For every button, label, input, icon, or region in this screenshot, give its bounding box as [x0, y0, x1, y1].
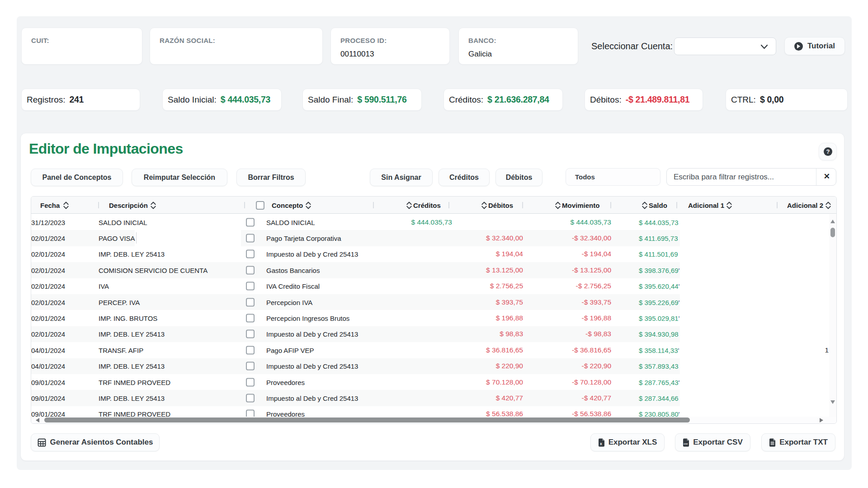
svg-text:csv: csv: [684, 442, 688, 445]
svg-text:x: x: [600, 441, 602, 446]
